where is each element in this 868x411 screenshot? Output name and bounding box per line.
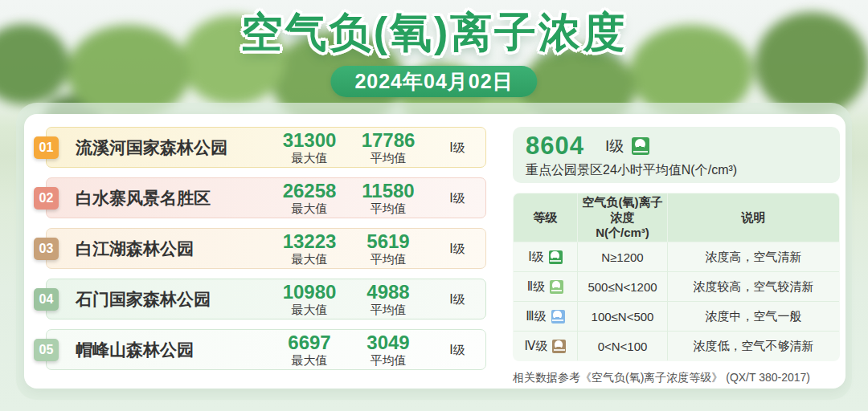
max-value-block: 6697 最大值	[273, 332, 346, 368]
header-concentration: 空气负(氧)离子浓度 N(个/cm³)	[578, 193, 668, 242]
description-cell: 浓度中，空气一般	[668, 302, 840, 332]
summary-caption: 重点公园景区24小时平均值N(个/cm³)	[526, 162, 827, 179]
grade-table-row: Ⅱ级 500≤N<1200 浓度较高，空气较清新	[514, 272, 840, 302]
header-concentration-line1: 空气负(氧)离子浓度	[581, 195, 664, 226]
avg-value: 11580	[352, 181, 424, 201]
description-cell: 浓度较高，空气较清新	[668, 272, 840, 302]
grade-table-row: Ⅰ级 N≥1200 浓度高，空气清新	[514, 242, 840, 272]
avg-value-label: 平均值	[352, 253, 424, 267]
table-header-row: 等级 空气负(氧)离子浓度 N(个/cm³) 说明	[514, 193, 840, 242]
avg-value-label: 平均值	[352, 202, 424, 216]
header-description: 说明	[668, 193, 840, 242]
eco-grade-icon	[549, 250, 563, 264]
header-grade: 等级	[514, 193, 578, 242]
max-value: 10980	[273, 282, 346, 303]
max-value: 26258	[273, 181, 346, 201]
avg-value-block: 3049 平均值	[352, 332, 424, 368]
avg-value-label: 平均值	[352, 303, 424, 317]
max-value: 13223	[273, 231, 346, 252]
park-name: 石门国家森林公园	[76, 288, 267, 311]
grade-cell: Ⅳ级	[514, 332, 578, 361]
description-cell: 浓度低，空气不够清新	[668, 332, 840, 361]
grade-name: Ⅳ级	[525, 339, 548, 354]
grade-label: Ⅰ级	[431, 141, 484, 153]
grade-cell: Ⅰ级	[514, 242, 578, 272]
park-name: 流溪河国家森林公园	[76, 136, 267, 159]
avg-value-label: 平均值	[352, 354, 424, 368]
rank-badge: 02	[34, 187, 59, 210]
max-value-block: 26258 最大值	[273, 181, 346, 216]
grade-label: Ⅰ级	[431, 293, 484, 305]
description-cell: 浓度高，空气清新	[668, 242, 840, 272]
max-value-label: 最大值	[273, 202, 346, 216]
max-value-label: 最大值	[273, 354, 346, 368]
max-value-block: 31300 最大值	[273, 130, 346, 165]
max-value: 6697	[273, 332, 346, 353]
max-value-block: 10980 最大值	[273, 282, 346, 317]
max-value-label: 最大值	[273, 303, 346, 317]
date-badge: 2024年04月02日	[330, 66, 537, 97]
rank-badge: 03	[34, 238, 59, 260]
page-title: 空气负(氧)离子浓度	[0, 5, 868, 61]
eco-grade-icon	[551, 310, 565, 324]
grade-name: Ⅰ级	[528, 250, 543, 265]
park-name: 白水寨风景名胜区	[76, 187, 267, 210]
avg-value: 5619	[352, 231, 424, 252]
grade-table-row: Ⅲ级 100≤N<500 浓度中，空气一般	[514, 302, 840, 332]
eco-grade-icon	[632, 137, 649, 155]
ranking-row: 01 流溪河国家森林公园 31300 最大值 17786 平均值 Ⅰ级	[46, 127, 486, 168]
eco-grade-icon	[552, 340, 566, 353]
avg-value: 17786	[352, 130, 424, 151]
ranking-row: 02 白水寨风景名胜区 26258 最大值 11580 平均值 Ⅰ级	[46, 177, 486, 218]
grade-cell: Ⅱ级	[514, 272, 578, 302]
park-name: 白江湖森林公园	[76, 238, 267, 260]
air-ion-dashboard: 空气负(氧)离子浓度 2024年04月02日 01 流溪河国家森林公园 3130…	[0, 0, 868, 411]
data-source-footnote: 相关数据参考《空气负(氧)离子浓度等级》 (QX/T 380-2017)	[513, 371, 840, 385]
grade-block: Ⅰ级	[431, 192, 484, 204]
avg-value-label: 平均值	[352, 152, 424, 165]
max-value: 31300	[273, 130, 346, 151]
rank-badge: 01	[34, 136, 59, 159]
rank-badge: 04	[34, 288, 59, 311]
ranking-row: 04 石门国家森林公园 10980 最大值 4988 平均值 Ⅰ级	[46, 279, 486, 319]
right-panel: 8604 Ⅰ级 重点公园景区24小时平均值N(个/cm³) 等级 空气负(氧)离…	[513, 127, 840, 385]
avg-value: 3049	[352, 332, 424, 353]
avg-value-block: 17786 平均值	[352, 130, 424, 165]
range-cell: 100≤N<500	[578, 302, 668, 332]
range-cell: 0<N<100	[578, 332, 668, 361]
grade-block: Ⅰ级	[431, 344, 484, 356]
grade-reference-table: 等级 空气负(氧)离子浓度 N(个/cm³) 说明 Ⅰ级 N≥1200 浓度高，…	[513, 193, 840, 361]
grade-name: Ⅱ级	[527, 279, 545, 295]
grade-block: Ⅰ级	[431, 242, 484, 254]
summary-value: 8604	[526, 132, 584, 161]
avg-value-block: 5619 平均值	[352, 231, 424, 267]
max-value-label: 最大值	[273, 253, 346, 267]
max-value-block: 13223 最大值	[273, 231, 346, 267]
grade-block: Ⅰ级	[431, 293, 484, 305]
eco-grade-icon	[550, 280, 563, 294]
grade-table-row: Ⅳ级 0<N<100 浓度低，空气不够清新	[514, 332, 840, 361]
avg-value-block: 4988 平均值	[352, 282, 424, 317]
max-value-label: 最大值	[273, 152, 346, 165]
ranking-row: 03 白江湖森林公园 13223 最大值 5619 平均值 Ⅰ级	[46, 228, 486, 269]
grade-cell: Ⅲ级	[514, 302, 578, 332]
park-name: 帽峰山森林公园	[76, 339, 267, 361]
grade-name: Ⅲ级	[526, 309, 546, 324]
grade-label: Ⅰ级	[431, 242, 484, 254]
avg-value-block: 11580 平均值	[352, 181, 424, 216]
range-cell: N≥1200	[578, 242, 668, 272]
grade-label: Ⅰ级	[431, 192, 484, 204]
range-cell: 500≤N<1200	[578, 272, 668, 302]
summary-grade-label: Ⅰ级	[605, 136, 624, 156]
ranking-row: 05 帽峰山森林公园 6697 最大值 3049 平均值 Ⅰ级	[46, 329, 486, 370]
summary-line: 8604 Ⅰ级	[526, 132, 827, 161]
rank-badge: 05	[34, 339, 59, 361]
grade-label: Ⅰ级	[431, 344, 484, 356]
header-concentration-line2: N(个/cm³)	[581, 226, 664, 241]
avg-value: 4988	[352, 282, 424, 303]
summary-card: 8604 Ⅰ级 重点公园景区24小时平均值N(个/cm³)	[513, 127, 840, 183]
park-ranking-list: 01 流溪河国家森林公园 31300 最大值 17786 平均值 Ⅰ级 02 白…	[46, 127, 486, 380]
grade-block: Ⅰ级	[431, 141, 484, 153]
